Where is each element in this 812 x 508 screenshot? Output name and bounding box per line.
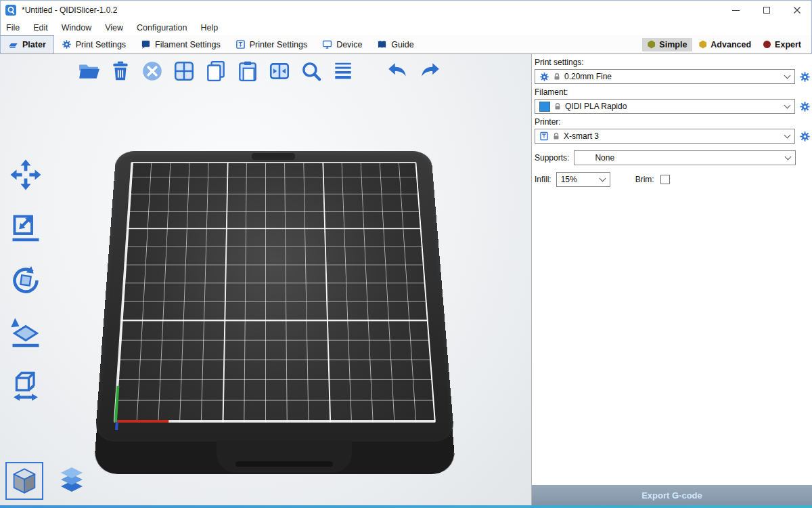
3d-editor-view-button[interactable] <box>5 462 43 500</box>
supports-row: Supports: None <box>535 150 811 165</box>
tab-printer-settings[interactable]: Printer Settings <box>228 35 315 54</box>
print-settings-gear-button[interactable] <box>798 70 811 83</box>
close-icon <box>793 6 801 14</box>
sliced-layers-icon <box>56 466 87 496</box>
place-on-face-tool-button[interactable] <box>7 316 45 351</box>
maximize-icon <box>763 7 770 14</box>
menu-bar: File Edit Window View Configuration Help <box>0 20 812 35</box>
mode-expert[interactable]: Expert <box>758 38 807 51</box>
menu-edit[interactable]: Edit <box>26 22 55 34</box>
chevron-down-icon <box>785 154 792 161</box>
tab-guide[interactable]: Guide <box>369 35 421 54</box>
menu-configuration[interactable]: Configuration <box>130 22 194 34</box>
gear-icon <box>799 71 811 83</box>
delete-all-button[interactable] <box>139 58 165 84</box>
arrange-button[interactable] <box>171 58 197 84</box>
move-tool-button[interactable] <box>7 157 45 192</box>
guide-icon <box>377 39 387 49</box>
main-content: Print settings: 0.20mm Fine Filament: QI… <box>0 54 812 508</box>
cut-icon <box>9 370 42 402</box>
copy-icon <box>204 60 227 83</box>
print-settings-combo[interactable]: 0.20mm Fine <box>535 69 795 84</box>
menu-window[interactable]: Window <box>55 22 98 34</box>
print-settings-row: 0.20mm Fine <box>535 69 811 84</box>
redo-button[interactable] <box>417 58 443 84</box>
chevron-down-icon <box>784 132 791 139</box>
undo-button[interactable] <box>385 58 411 84</box>
export-gcode-button[interactable]: Export G-code <box>532 485 812 505</box>
infill-row: Infill: 15% Brim: <box>535 172 811 187</box>
printer-icon <box>539 131 549 141</box>
gear-icon <box>799 101 811 112</box>
filament-row: QIDI PLA Rapido <box>535 99 811 114</box>
gear-icon <box>62 39 72 49</box>
split-objects-button[interactable] <box>267 58 292 84</box>
scale-tool-button[interactable] <box>7 210 45 245</box>
supports-combo[interactable]: None <box>574 150 796 165</box>
filament-gear-button[interactable] <box>798 100 811 112</box>
copy-button[interactable] <box>203 58 229 84</box>
simple-mode-icon <box>648 41 655 49</box>
expert-mode-icon <box>763 41 771 48</box>
cut-tool-button[interactable] <box>7 368 45 404</box>
open-button[interactable] <box>76 58 102 84</box>
paste-button[interactable] <box>235 58 261 84</box>
menu-help[interactable]: Help <box>194 22 225 34</box>
supports-value: None <box>579 153 782 163</box>
device-icon <box>322 39 332 49</box>
lock-icon <box>554 102 562 111</box>
x-axis-indicator <box>115 420 168 423</box>
place-on-face-icon <box>9 317 42 350</box>
chevron-down-icon <box>784 72 791 79</box>
tab-filament-settings[interactable]: Filament Settings <box>133 35 228 54</box>
variable-layer-height-button[interactable] <box>330 58 356 84</box>
brim-checkbox[interactable] <box>660 175 670 184</box>
arrange-icon <box>173 60 196 83</box>
printer-value: X-smart 3 <box>564 131 782 141</box>
folder-open-icon <box>77 60 100 83</box>
delete-button[interactable] <box>108 58 133 84</box>
search-button[interactable] <box>298 58 324 84</box>
mode-simple[interactable]: Simple <box>642 38 692 51</box>
rotate-icon <box>9 264 42 297</box>
plater-toolbar <box>76 58 443 84</box>
tab-print-settings[interactable]: Print Settings <box>54 35 133 54</box>
print-settings-value: 0.20mm Fine <box>564 72 782 81</box>
infill-combo[interactable]: 15% <box>556 172 610 187</box>
menu-file[interactable]: File <box>0 22 26 34</box>
redo-icon <box>418 60 441 83</box>
filament-label: Filament: <box>535 87 811 97</box>
move-icon <box>9 158 42 191</box>
chevron-down-icon <box>599 175 606 182</box>
printer-icon <box>235 39 246 49</box>
window-controls <box>721 0 812 20</box>
gizmo-toolbar <box>7 157 45 404</box>
print-settings-label: Print settings: <box>535 58 811 67</box>
minimize-button[interactable] <box>721 0 751 20</box>
printer-label: Printer: <box>535 117 811 127</box>
preview-view-button[interactable] <box>53 462 91 500</box>
mode-advanced[interactable]: Advanced <box>694 38 757 51</box>
tab-plater[interactable]: Plater <box>0 35 54 54</box>
filament-combo[interactable]: QIDI PLA Rapido <box>535 99 795 114</box>
rotate-tool-button[interactable] <box>7 263 45 298</box>
printer-gear-button[interactable] <box>798 130 811 142</box>
bed-front-handle <box>217 440 352 473</box>
print-bed[interactable] <box>95 151 455 442</box>
printer-combo[interactable]: X-smart 3 <box>535 129 795 144</box>
filament-icon <box>141 39 151 49</box>
close-button[interactable] <box>782 0 812 20</box>
brim-label: Brim: <box>635 175 654 184</box>
menu-view[interactable]: View <box>98 22 130 34</box>
advanced-mode-icon <box>699 41 706 49</box>
filament-color-swatch <box>539 102 550 112</box>
cube-icon <box>9 466 39 496</box>
maximize-button[interactable] <box>751 0 782 20</box>
bed-back-notch <box>252 153 295 160</box>
printer-row: X-smart 3 <box>535 129 811 144</box>
tab-device[interactable]: Device <box>315 35 369 54</box>
z-axis-indicator <box>115 422 118 430</box>
plater-icon <box>8 40 18 50</box>
3d-viewport[interactable] <box>0 54 531 508</box>
chevron-down-icon <box>784 102 791 109</box>
